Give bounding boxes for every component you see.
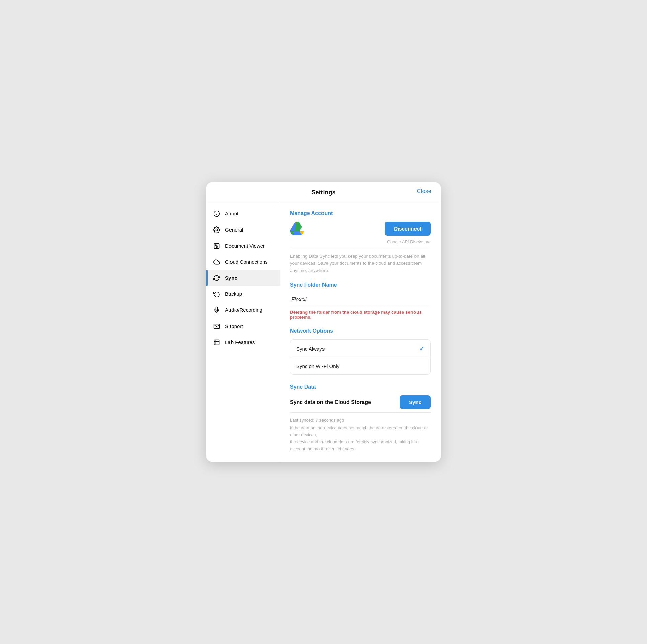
sync-button[interactable]: Sync	[400, 396, 431, 409]
support-icon	[213, 323, 220, 330]
svg-point-5	[215, 244, 216, 245]
sidebar-label-support: Support	[225, 323, 243, 329]
sidebar-label-audio-recording: Audio/Recording	[225, 307, 262, 313]
network-options-section: Network Options Sync Always✓Sync on Wi-F…	[290, 328, 431, 375]
main-content: Manage Account Disconnect Google API Dis…	[280, 201, 441, 462]
cloud-connections-icon	[213, 258, 220, 266]
sidebar-item-sync[interactable]: Sync	[206, 270, 280, 286]
manage-account-row: Disconnect	[290, 222, 431, 236]
sidebar-item-lab-features[interactable]: Lab Features	[206, 334, 280, 350]
network-option-label: Sync Always	[296, 346, 325, 352]
folder-name-input[interactable]	[290, 293, 431, 306]
network-option-sync-always[interactable]: Sync Always✓	[290, 340, 430, 358]
sync-folder-section: Sync Folder Name Deleting the folder fro…	[290, 282, 431, 320]
sidebar-item-about[interactable]: About	[206, 206, 280, 222]
header: Settings Close	[206, 182, 441, 201]
network-option-sync-on-wi-fi-only[interactable]: Sync on Wi-Fi Only	[290, 358, 430, 374]
sidebar-label-about: About	[225, 211, 238, 216]
sync-data-row: Sync data on the Cloud Storage Sync	[290, 396, 431, 409]
network-options-title: Network Options	[290, 328, 431, 334]
google-drive-logo	[290, 222, 304, 236]
body: AboutGeneralDocument ViewerCloud Connect…	[206, 201, 441, 462]
network-option-label: Sync on Wi-Fi Only	[296, 363, 339, 369]
disconnect-button[interactable]: Disconnect	[385, 222, 431, 235]
sync-description: If the data on the device does not match…	[290, 425, 431, 452]
last-synced-text: Last synced: 7 seconds ago	[290, 418, 431, 423]
sync-folder-title: Sync Folder Name	[290, 282, 431, 288]
divider-1	[290, 247, 431, 248]
sidebar-item-backup[interactable]: Backup	[206, 286, 280, 302]
document-viewer-icon	[213, 242, 220, 249]
sync-icon	[213, 274, 220, 282]
sync-data-title: Sync Data	[290, 384, 431, 390]
manage-account-title: Manage Account	[290, 210, 431, 216]
network-options-box: Sync Always✓Sync on Wi-Fi Only	[290, 339, 431, 375]
about-icon	[213, 210, 220, 217]
sidebar-item-cloud-connections[interactable]: Cloud Connections	[206, 254, 280, 270]
sidebar-label-backup: Backup	[225, 291, 242, 297]
sidebar-label-general: General	[225, 227, 243, 232]
sidebar-label-cloud-connections: Cloud Connections	[225, 259, 268, 265]
check-icon: ✓	[419, 345, 424, 352]
settings-window: Settings Close AboutGeneralDocument View…	[206, 182, 441, 462]
lab-features-icon	[213, 339, 220, 346]
sidebar-label-sync: Sync	[225, 275, 237, 281]
sidebar-item-support[interactable]: Support	[206, 318, 280, 334]
sidebar-label-lab-features: Lab Features	[225, 339, 255, 345]
divider-2	[290, 413, 431, 413]
sidebar-item-document-viewer[interactable]: Document Viewer	[206, 238, 280, 254]
sidebar-label-document-viewer: Document Viewer	[225, 243, 265, 248]
manage-account-section: Manage Account Disconnect Google API Dis…	[290, 210, 431, 274]
svg-point-3	[216, 229, 218, 230]
google-api-disclosure: Google API Disclosure	[290, 239, 431, 244]
manage-account-description: Enabling Data Sync lets you keep your do…	[290, 253, 431, 274]
sync-data-label: Sync data on the Cloud Storage	[290, 400, 371, 406]
sidebar-item-audio-recording[interactable]: Audio/Recording	[206, 302, 280, 318]
sync-data-section: Sync Data Sync data on the Cloud Storage…	[290, 384, 431, 452]
audio-recording-icon	[213, 306, 220, 314]
page-title: Settings	[311, 189, 335, 196]
general-icon	[213, 226, 220, 233]
close-button[interactable]: Close	[417, 188, 431, 195]
sidebar: AboutGeneralDocument ViewerCloud Connect…	[206, 201, 280, 462]
backup-icon	[213, 290, 220, 298]
folder-warning: Deleting the folder from the cloud stora…	[290, 310, 431, 320]
sidebar-item-general[interactable]: General	[206, 222, 280, 238]
